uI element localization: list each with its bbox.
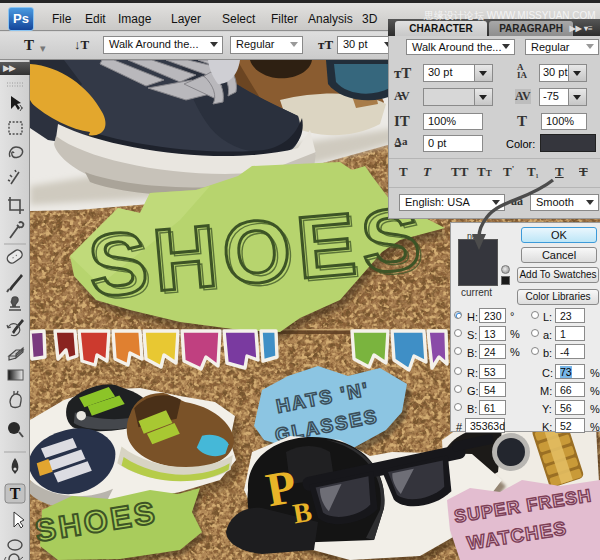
svg-text:T: T [10,485,21,502]
